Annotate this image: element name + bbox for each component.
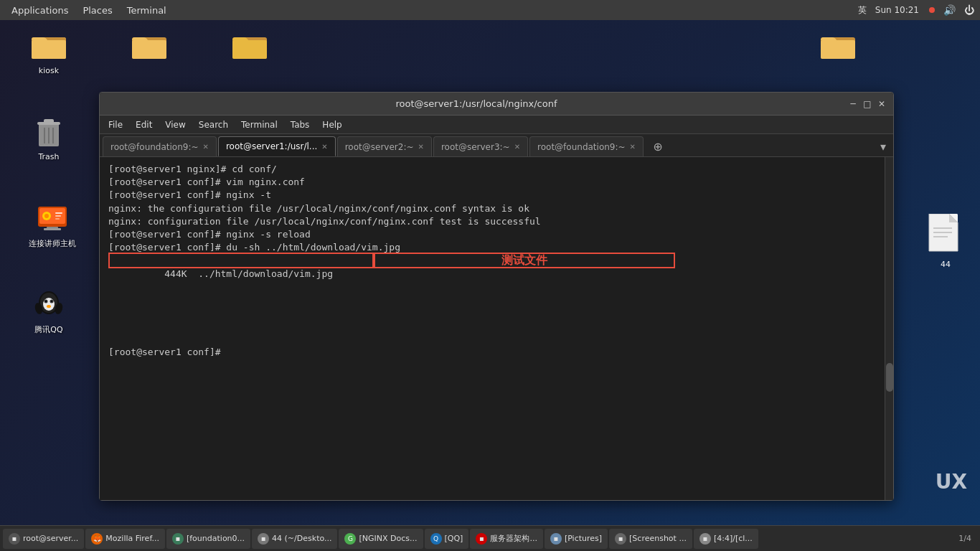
svg-rect-21 bbox=[55, 215, 61, 217]
desktop-icon-connect[interactable]: 连接讲师主机 bbox=[20, 201, 85, 249]
folder-right-icon bbox=[821, 29, 855, 63]
taskbar-screenshot-icon: ▪ bbox=[615, 533, 626, 545]
terminal-menu-search[interactable]: Search bbox=[193, 118, 234, 131]
taskbar-item-file44[interactable]: ▪ 44 (~/Deskto... bbox=[252, 529, 337, 549]
term-line-7-container: 444K ../html/download/vim.jpg 测试文件 bbox=[108, 254, 876, 345]
terminal-minimize-button[interactable]: ─ bbox=[847, 98, 859, 110]
taskbar-firefox-icon: 🦊 bbox=[91, 533, 103, 545]
menu-terminal[interactable]: Terminal bbox=[121, 4, 172, 17]
tab-2[interactable]: root@server2:~ ✕ bbox=[337, 136, 432, 156]
taskbar-foundation-icon: ▪ bbox=[172, 533, 184, 545]
desktop-icon-folder2[interactable] bbox=[121, 29, 178, 66]
taskbar-cl-icon: ▪ bbox=[699, 533, 711, 545]
terminal-menu-tabs[interactable]: Tabs bbox=[285, 118, 316, 131]
term-line-5: [root@server1 conf]# nginx -s reload bbox=[108, 228, 876, 241]
tab-0-close[interactable]: ✕ bbox=[203, 143, 209, 151]
trash-icon bbox=[32, 115, 66, 149]
taskbar-nginx-label: [NGINX Docs... bbox=[359, 534, 417, 543]
terminal-menu-help[interactable]: Help bbox=[316, 118, 347, 131]
taskbar-terminal-label: root@server... bbox=[23, 534, 78, 543]
svg-rect-20 bbox=[55, 212, 62, 214]
terminal-menu-view[interactable]: View bbox=[159, 118, 191, 131]
svg-rect-4 bbox=[132, 40, 166, 59]
svg-rect-11 bbox=[44, 119, 54, 123]
folder-icon bbox=[32, 29, 66, 63]
svg-point-34 bbox=[47, 305, 51, 308]
tab-4-label: root@foundation9:~ bbox=[537, 142, 626, 152]
taskbar-item-pictures[interactable]: ▪ [Pictures] bbox=[545, 529, 608, 549]
tab-0[interactable]: root@foundation9:~ ✕ bbox=[103, 136, 217, 156]
term-line-0: [root@server1 nginx]# cd conf/ bbox=[108, 163, 876, 176]
topbar-status-dot bbox=[929, 7, 935, 13]
taskbar-item-screenshot[interactable]: ▪ [Screenshot ... bbox=[609, 529, 692, 549]
annotation-box-left bbox=[108, 253, 374, 268]
terminal-body: [root@server1 nginx]# cd conf/ [root@ser… bbox=[100, 157, 893, 500]
terminal-scrollbar-thumb[interactable] bbox=[886, 363, 893, 392]
tab-4-close[interactable]: ✕ bbox=[630, 143, 636, 151]
taskbar-item-cl[interactable]: ▪ [4:4]/[cl... bbox=[694, 529, 758, 549]
desktop-icon-folder3[interactable] bbox=[221, 29, 278, 66]
taskbar-item-terminal[interactable]: ▪ root@server... bbox=[3, 529, 84, 549]
taskbar-item-nginx[interactable]: G [NGINX Docs... bbox=[339, 529, 423, 549]
svg-point-27 bbox=[43, 298, 55, 311]
taskbar-terminal-icon: ▪ bbox=[9, 533, 20, 545]
term-line-1: [root@server1 conf]# vim nginx.conf bbox=[108, 176, 876, 189]
taskbar-firefox-label: Mozilla Firef... bbox=[105, 534, 159, 543]
desktop-icon-kiosk-label: kiosk bbox=[39, 66, 59, 75]
folder3-icon bbox=[232, 29, 267, 63]
tab-1[interactable]: root@server1:/usr/l... ✕ bbox=[218, 136, 336, 156]
tab-add-button[interactable]: ⊕ bbox=[648, 136, 668, 156]
term-line-3: nginx: the configuration file /usr/local… bbox=[108, 202, 876, 215]
desktop-icon-qq[interactable]: 腾讯QQ bbox=[20, 287, 77, 335]
terminal-menu-edit[interactable]: Edit bbox=[130, 118, 158, 131]
terminal-window: root@server1:/usr/local/nginx/conf ─ □ ✕… bbox=[99, 92, 894, 501]
topbar-volume-icon[interactable]: 🔊 bbox=[943, 4, 956, 16]
desktop-icon-trash[interactable]: Trash bbox=[20, 115, 77, 161]
tab-3-label: root@server3:~ bbox=[441, 142, 510, 152]
tab-2-close[interactable]: ✕ bbox=[418, 143, 423, 151]
svg-rect-2 bbox=[32, 40, 66, 59]
taskbar-server-label: 服务器架构... bbox=[490, 533, 537, 544]
terminal-content[interactable]: [root@server1 nginx]# cd conf/ [root@ser… bbox=[100, 157, 885, 500]
desktop-icon-connect-label: 连接讲师主机 bbox=[29, 238, 76, 249]
terminal-menubar: File Edit View Search Terminal Tabs Help bbox=[100, 116, 893, 134]
svg-rect-15 bbox=[40, 126, 57, 145]
terminal-maximize-button[interactable]: □ bbox=[862, 98, 873, 110]
term-line-8: [root@server1 conf]# bbox=[108, 346, 876, 359]
annotation-text: 测试文件 bbox=[501, 253, 547, 268]
terminal-menu-terminal[interactable]: Terminal bbox=[235, 118, 283, 131]
term-line-2: [root@server1 conf]# nginx -t bbox=[108, 189, 876, 202]
taskbar-screenshot-label: [Screenshot ... bbox=[629, 534, 687, 543]
terminal-menu-file[interactable]: File bbox=[103, 118, 128, 131]
desktop-icon-doc[interactable]: 44 bbox=[917, 214, 974, 269]
terminal-close-button[interactable]: ✕ bbox=[876, 98, 887, 110]
taskbar-file44-icon: ▪ bbox=[258, 533, 269, 545]
taskbar-item-server[interactable]: ▪ 服务器架构... bbox=[470, 529, 543, 549]
topbar-power-icon[interactable]: ⏻ bbox=[964, 4, 974, 16]
taskbar-item-foundation[interactable]: ▪ [foundation0... bbox=[166, 529, 250, 549]
tab-1-close[interactable]: ✕ bbox=[321, 143, 327, 151]
tab-3[interactable]: root@server3:~ ✕ bbox=[433, 136, 528, 156]
svg-point-31 bbox=[51, 301, 52, 302]
term-line-4: nginx: configuration file /usr/local/ngi… bbox=[108, 215, 876, 228]
terminal-window-buttons: ─ □ ✕ bbox=[847, 98, 887, 110]
menu-applications[interactable]: Applications bbox=[6, 4, 74, 17]
desktop-icon-folder-right[interactable] bbox=[809, 29, 867, 66]
tab-3-close[interactable]: ✕ bbox=[514, 143, 520, 151]
tab-chevron[interactable]: ▾ bbox=[876, 136, 890, 156]
desktop: kiosk bbox=[0, 20, 980, 551]
taskbar-nginx-icon: G bbox=[344, 533, 356, 545]
folder2-icon bbox=[132, 29, 166, 63]
desktop-icon-kiosk[interactable]: kiosk bbox=[20, 29, 77, 75]
annotation-box-right: 测试文件 bbox=[374, 253, 675, 268]
taskbar-cl-label: [4:4]/[cl... bbox=[714, 534, 753, 543]
taskbar-item-firefox[interactable]: 🦊 Mozilla Firef... bbox=[85, 529, 165, 549]
tab-4[interactable]: root@foundation9:~ ✕ bbox=[529, 136, 644, 156]
taskbar-pictures-label: [Pictures] bbox=[565, 534, 602, 543]
svg-point-30 bbox=[45, 301, 47, 302]
menu-places[interactable]: Places bbox=[77, 4, 118, 17]
taskbar-item-qq[interactable]: Q [QQ] bbox=[425, 529, 469, 549]
term-line-7: 444K ../html/download/vim.jpg bbox=[164, 268, 333, 279]
terminal-scrollbar[interactable] bbox=[885, 157, 893, 500]
qq-icon bbox=[32, 287, 66, 321]
